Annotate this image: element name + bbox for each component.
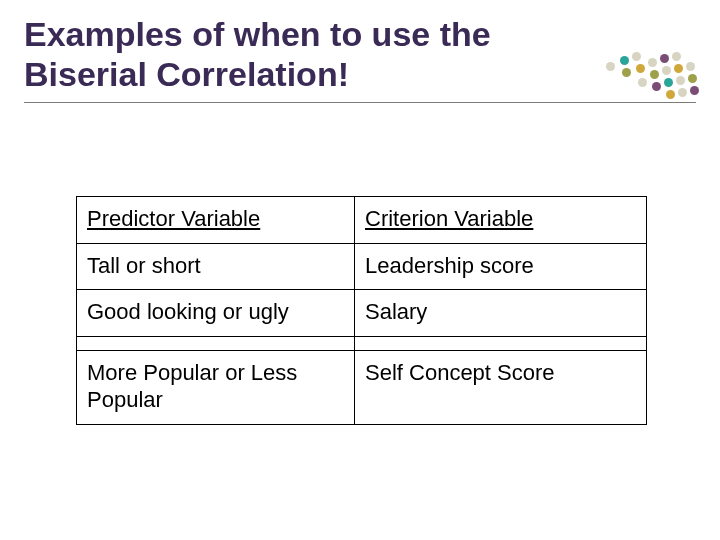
cell-criterion: Self Concept Score bbox=[355, 350, 647, 424]
table-row-spacer bbox=[77, 336, 647, 350]
dot-icon bbox=[606, 62, 615, 71]
slide-title: Examples of when to use the Biserial Cor… bbox=[24, 14, 584, 94]
dot-icon bbox=[632, 52, 641, 61]
table-row: More Popular or Less Popular Self Concep… bbox=[77, 350, 647, 424]
dot-icon bbox=[678, 88, 687, 97]
examples-table: Predictor Variable Criterion Variable Ta… bbox=[76, 196, 647, 425]
dot-icon bbox=[672, 52, 681, 61]
dot-icon bbox=[620, 56, 629, 65]
dot-icon bbox=[662, 66, 671, 75]
slide: Examples of when to use the Biserial Cor… bbox=[0, 0, 720, 540]
dot-icon bbox=[664, 78, 673, 87]
dot-icon bbox=[690, 86, 699, 95]
dot-icon bbox=[652, 82, 661, 91]
dot-icon bbox=[688, 74, 697, 83]
cell-criterion: Leadership score bbox=[355, 243, 647, 290]
title-underline bbox=[24, 102, 696, 103]
dot-icon bbox=[638, 78, 647, 87]
header-criterion: Criterion Variable bbox=[355, 197, 647, 244]
cell-predictor: Good looking or ugly bbox=[77, 290, 355, 337]
cell-predictor: More Popular or Less Popular bbox=[77, 350, 355, 424]
cell-criterion: Salary bbox=[355, 290, 647, 337]
cell-predictor: Tall or short bbox=[77, 243, 355, 290]
dot-icon bbox=[636, 64, 645, 73]
header-predictor: Predictor Variable bbox=[77, 197, 355, 244]
dot-icon bbox=[674, 64, 683, 73]
decorative-dots bbox=[602, 52, 698, 112]
dot-icon bbox=[660, 54, 669, 63]
table-header-row: Predictor Variable Criterion Variable bbox=[77, 197, 647, 244]
spacer-cell bbox=[77, 336, 355, 350]
dot-icon bbox=[648, 58, 657, 67]
dot-icon bbox=[686, 62, 695, 71]
dot-icon bbox=[622, 68, 631, 77]
spacer-cell bbox=[355, 336, 647, 350]
table-row: Good looking or ugly Salary bbox=[77, 290, 647, 337]
table-row: Tall or short Leadership score bbox=[77, 243, 647, 290]
title-block: Examples of when to use the Biserial Cor… bbox=[24, 14, 584, 94]
dot-icon bbox=[650, 70, 659, 79]
dot-icon bbox=[676, 76, 685, 85]
dot-icon bbox=[666, 90, 675, 99]
